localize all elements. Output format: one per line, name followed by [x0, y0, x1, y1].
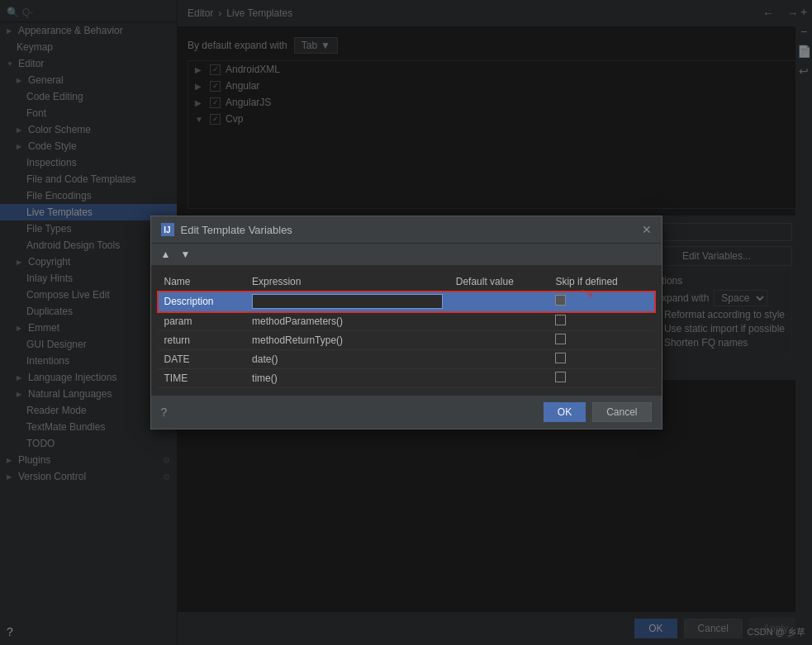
cell-expression-description[interactable] [245, 292, 449, 312]
cell-name-date: DATE [158, 350, 246, 369]
watermark: CSDN @ 乡草 [748, 626, 805, 638]
modal-cancel-button[interactable]: Cancel [592, 402, 651, 422]
skip-checkbox-param[interactable] [555, 315, 566, 325]
col-skip: Skip if defined [548, 273, 654, 292]
modal-close-button[interactable]: ✕ [642, 223, 652, 236]
cell-name-description: Description [158, 292, 246, 312]
cell-skip-return [548, 331, 654, 350]
cell-expression-return: methodReturnType() [245, 331, 449, 350]
cell-default-param [449, 312, 549, 331]
skip-checkbox-description[interactable] [555, 295, 566, 306]
cell-skip-time [548, 369, 654, 388]
modal-ok-button[interactable]: OK [544, 402, 586, 422]
modal-title: Edit Template Variables [181, 224, 292, 236]
cell-name-param: param [158, 312, 246, 331]
modal-icon: IJ [161, 223, 174, 236]
expression-input-description[interactable] [252, 294, 443, 309]
move-up-button[interactable]: ▲ [158, 247, 174, 262]
modal-overlay: → IJ Edit Template Variables ✕ ▲ ▼ Name … [0, 0, 812, 645]
cell-default-return [449, 331, 549, 350]
table-row-date[interactable]: DATE date() [158, 350, 655, 369]
modal-help-button[interactable]: ? [161, 405, 168, 419]
help-icon[interactable]: ? [7, 625, 13, 638]
modal-buttons: OK Cancel [544, 402, 652, 422]
col-name: Name [158, 273, 246, 292]
table-header-row: Name Expression Default value Skip if de… [158, 273, 655, 292]
cell-default-description [449, 292, 549, 312]
cell-default-time [449, 369, 549, 388]
cell-skip-param [548, 312, 654, 331]
cell-default-date [449, 350, 549, 369]
modal-header: IJ Edit Template Variables ✕ [151, 216, 662, 244]
modal-title-row: IJ Edit Template Variables [161, 223, 292, 236]
skip-checkbox-date[interactable] [555, 353, 566, 363]
cell-expression-param: methodParameters() [245, 312, 449, 331]
modal-toolbar: ▲ ▼ [151, 244, 662, 266]
cell-expression-date: date() [245, 350, 449, 369]
modal-footer: ? OK Cancel [151, 395, 662, 429]
cell-skip-date [548, 350, 654, 369]
table-row-param[interactable]: param methodParameters() [158, 312, 655, 331]
col-expression: Expression [245, 273, 449, 292]
col-default: Default value [449, 273, 549, 292]
skip-checkbox-time[interactable] [555, 372, 566, 382]
cell-name-return: return [158, 331, 246, 350]
table-row-time[interactable]: TIME time() [158, 369, 655, 388]
table-row-description[interactable]: Description [158, 292, 655, 312]
move-down-button[interactable]: ▼ [177, 247, 193, 262]
skip-checkbox-return[interactable] [555, 334, 566, 344]
edit-template-variables-dialog: IJ Edit Template Variables ✕ ▲ ▼ Name Ex… [150, 216, 662, 429]
modal-table-container: Name Expression Default value Skip if de… [151, 266, 662, 395]
table-row-return[interactable]: return methodReturnType() [158, 331, 655, 350]
cell-expression-time: time() [245, 369, 449, 388]
cell-name-time: TIME [158, 369, 246, 388]
cell-skip-description [548, 292, 654, 312]
variables-table: Name Expression Default value Skip if de… [158, 273, 655, 388]
